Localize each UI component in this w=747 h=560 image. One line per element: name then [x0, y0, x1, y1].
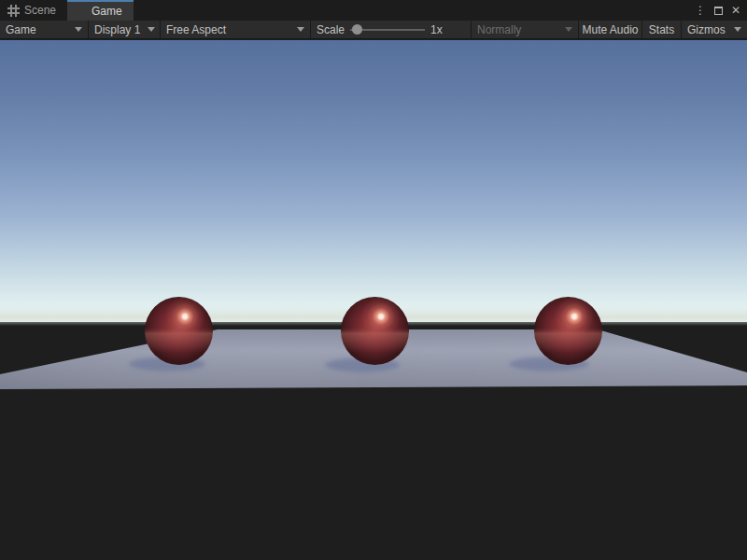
tab-game-label: Game [92, 5, 122, 18]
vsync-dropdown: Normally [472, 21, 579, 38]
scale-label: Scale [317, 23, 345, 36]
gizmos-label: Gizmos [687, 23, 726, 36]
chevron-down-icon [734, 27, 741, 32]
aspect-ratio-dropdown[interactable]: Free Aspect [161, 21, 311, 38]
chevron-down-icon [75, 27, 82, 32]
stats-button[interactable]: Stats [642, 21, 682, 38]
tab-scene[interactable]: Scene [0, 0, 67, 21]
mute-audio-label: Mute Audio [582, 23, 638, 36]
game-view-toolbar: Game Display 1 Free Aspect Scale 1x Norm… [0, 21, 747, 39]
chevron-down-icon [297, 27, 304, 32]
aspect-ratio-label: Free Aspect [166, 23, 289, 36]
slider-knob[interactable] [352, 24, 362, 35]
tab-bar: Scene Game ⋮ ✕ [0, 0, 747, 21]
game-mode-label: Game [6, 23, 67, 36]
chevron-down-icon [148, 27, 155, 32]
tab-game[interactable]: Game [67, 0, 134, 21]
red-sphere-middle [341, 297, 409, 365]
display-dropdown[interactable]: Display 1 [89, 21, 161, 38]
red-sphere-left [145, 297, 213, 365]
display-label: Display 1 [94, 23, 140, 36]
game-view-window: Scene Game ⋮ ✕ Game Display 1 Free Aspec… [0, 0, 747, 560]
scale-control: Scale 1x [311, 21, 472, 38]
panel-menu-icon[interactable]: ⋮ [695, 5, 706, 16]
tab-scene-label: Scene [24, 4, 56, 17]
red-sphere-right [534, 297, 602, 365]
grid-icon [7, 5, 20, 17]
game-render-viewport[interactable] [0, 40, 747, 560]
game-mode-dropdown[interactable]: Game [0, 21, 89, 38]
window-controls: ⋮ ✕ [695, 0, 747, 21]
scale-value: 1x [430, 23, 443, 36]
gizmos-dropdown[interactable]: Gizmos [682, 21, 747, 38]
vsync-label: Normally [477, 23, 557, 36]
stats-label: Stats [649, 23, 674, 36]
chevron-down-icon [565, 27, 572, 32]
scale-slider[interactable] [350, 21, 425, 39]
maximize-icon[interactable] [714, 7, 723, 15]
close-icon[interactable]: ✕ [731, 5, 740, 16]
mute-audio-button[interactable]: Mute Audio [579, 21, 642, 38]
